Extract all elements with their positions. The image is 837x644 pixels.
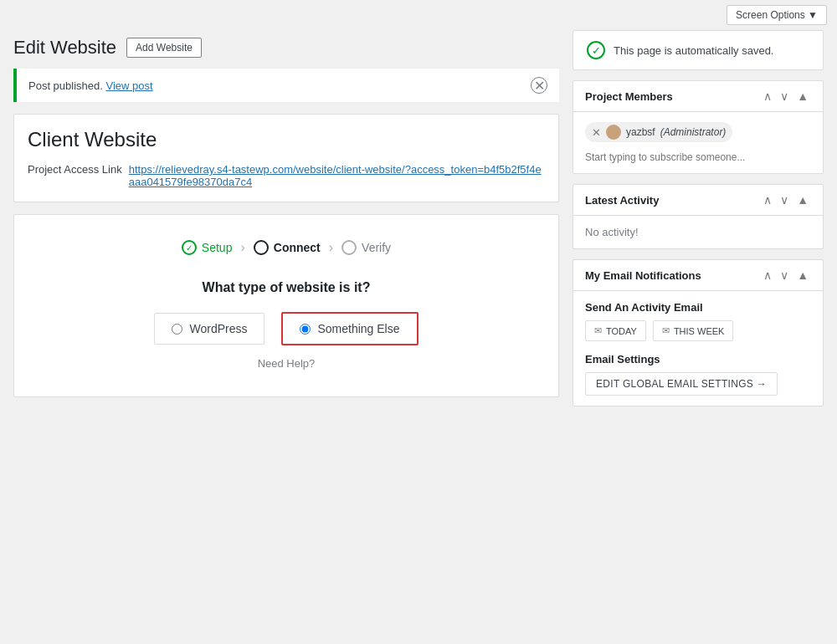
step-setup-label: Setup: [202, 241, 233, 254]
wordpress-option[interactable]: WordPress: [154, 313, 264, 345]
subscribe-input[interactable]: [585, 151, 811, 163]
member-name: yazbsf: [626, 126, 655, 138]
email-settings-label: Email Settings: [585, 353, 811, 365]
step-connect-label: Connect: [274, 241, 321, 254]
step-connect: Connect: [254, 240, 321, 255]
today-envelope-icon: ✉: [594, 325, 602, 336]
this-week-envelope-icon: ✉: [662, 325, 670, 336]
main-content: Edit Website Add Website Post published.…: [0, 30, 837, 422]
email-notifications-body: Send An Activity Email ✉ TODAY ✉ THIS WE…: [573, 291, 823, 406]
screen-options-bar: Screen Options ▼: [0, 0, 837, 30]
website-type-section: What type of website is it? WordPress So…: [28, 267, 545, 383]
steps-row: ✓ Setup › Connect › Verify: [28, 228, 545, 267]
website-title-card: Project Access Link https://relievedray.…: [13, 114, 559, 202]
wordpress-label: WordPress: [189, 322, 247, 335]
today-label: TODAY: [606, 326, 637, 336]
notice-bar: Post published. View post ✕: [13, 69, 559, 102]
member-role: (Administrator): [660, 126, 727, 138]
latest-activity-collapse-up[interactable]: ∧: [761, 193, 774, 207]
latest-activity-body: No activity!: [573, 216, 823, 248]
view-post-link[interactable]: View post: [106, 79, 153, 92]
need-help-text: Need Help?: [28, 357, 545, 370]
project-access-link[interactable]: https://relievedray.s4-tastewp.com/websi…: [129, 163, 545, 188]
auto-save-card: ✓ This page is automatically saved.: [573, 30, 824, 70]
page-header: Edit Website Add Website: [13, 30, 559, 69]
step-setup-circle: ✓: [182, 240, 197, 255]
project-access-label: Project Access Link: [28, 163, 122, 176]
this-week-label: THIS WEEK: [674, 326, 725, 336]
notice-close-button[interactable]: ✕: [531, 77, 547, 94]
latest-activity-title: Latest Activity: [585, 194, 659, 207]
project-members-body: ✕ yazbsf (Administrator): [573, 112, 823, 173]
step-setup: ✓ Setup: [182, 240, 233, 255]
step-verify: Verify: [341, 240, 391, 255]
email-notifications-title: My Email Notifications: [585, 269, 701, 282]
step-arrow-1: ›: [240, 240, 244, 255]
member-remove-button[interactable]: ✕: [592, 126, 601, 139]
website-type-title: What type of website is it?: [28, 280, 545, 295]
project-members-controls: ∧ ∨ ▲: [761, 89, 811, 103]
steps-card: ✓ Setup › Connect › Verify What type of …: [13, 214, 559, 397]
email-notifications-header: My Email Notifications ∧ ∨ ▲: [573, 260, 823, 291]
auto-save-icon: ✓: [587, 41, 605, 59]
something-else-radio[interactable]: [300, 324, 311, 335]
email-notifications-collapse-down[interactable]: ∨: [778, 268, 791, 282]
member-avatar: [606, 125, 621, 140]
latest-activity-card: Latest Activity ∧ ∨ ▲ No activity!: [573, 184, 824, 249]
left-panel: Edit Website Add Website Post published.…: [13, 30, 559, 409]
project-members-title: Project Members: [585, 90, 673, 103]
edit-global-email-settings-button[interactable]: EDIT GLOBAL EMAIL SETTINGS →: [585, 372, 778, 396]
email-btn-row: ✉ TODAY ✉ THIS WEEK: [585, 320, 811, 341]
send-activity-email-label: Send An Activity Email: [585, 301, 811, 314]
step-connect-circle: [254, 240, 269, 255]
latest-activity-collapse-down[interactable]: ∨: [778, 193, 791, 207]
latest-activity-controls: ∧ ∨ ▲: [761, 193, 811, 207]
notice-text-label: Post published.: [28, 79, 106, 92]
latest-activity-toggle[interactable]: ▲: [794, 193, 811, 207]
email-notifications-collapse-up[interactable]: ∧: [761, 268, 774, 282]
right-panel: ✓ This page is automatically saved. Proj…: [573, 30, 824, 409]
something-else-label: Something Else: [317, 322, 399, 335]
page-title: Edit Website: [13, 37, 116, 59]
something-else-option[interactable]: Something Else: [281, 312, 418, 345]
no-activity-text: No activity!: [585, 226, 639, 238]
project-members-card: Project Members ∧ ∨ ▲ ✕ yazbsf (Administ…: [573, 80, 824, 174]
step-verify-circle: [341, 240, 357, 255]
latest-activity-header: Latest Activity ∧ ∨ ▲: [573, 185, 823, 216]
screen-options-button[interactable]: Screen Options ▼: [727, 5, 827, 25]
email-notifications-controls: ∧ ∨ ▲: [761, 268, 811, 282]
step-arrow-2: ›: [329, 240, 333, 255]
email-notifications-toggle[interactable]: ▲: [794, 268, 811, 282]
project-access-row: Project Access Link https://relievedray.…: [28, 163, 545, 188]
step-verify-label: Verify: [362, 241, 391, 254]
website-title-input[interactable]: [28, 128, 545, 151]
auto-save-text: This page is automatically saved.: [614, 44, 773, 57]
website-type-options: WordPress Something Else: [28, 312, 545, 345]
project-members-collapse-down[interactable]: ∨: [778, 89, 791, 103]
this-week-button[interactable]: ✉ THIS WEEK: [653, 320, 734, 341]
add-website-button[interactable]: Add Website: [126, 38, 202, 58]
today-button[interactable]: ✉ TODAY: [585, 320, 646, 341]
project-members-toggle[interactable]: ▲: [794, 89, 811, 103]
project-members-collapse-up[interactable]: ∧: [761, 89, 774, 103]
project-member-tag: ✕ yazbsf (Administrator): [585, 122, 732, 142]
email-notifications-card: My Email Notifications ∧ ∨ ▲ Send An Act…: [573, 259, 824, 406]
wordpress-radio[interactable]: [172, 324, 182, 335]
notice-text: Post published. View post: [28, 79, 153, 92]
project-members-header: Project Members ∧ ∨ ▲: [573, 81, 823, 112]
